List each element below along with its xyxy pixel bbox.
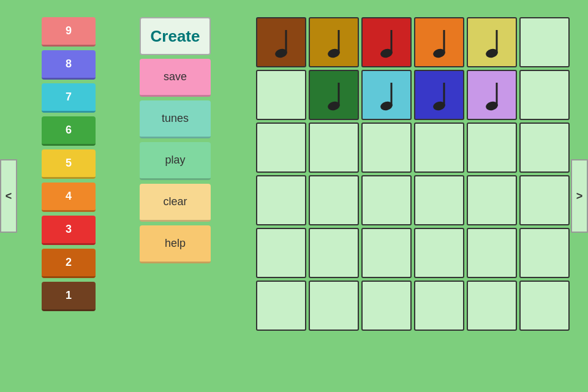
grid-cell[interactable] xyxy=(256,175,306,225)
grid-cell[interactable] xyxy=(361,281,412,331)
grid-cell[interactable] xyxy=(519,281,570,331)
note-icon xyxy=(480,77,504,113)
grid-cell[interactable] xyxy=(361,228,412,278)
grid-cell[interactable] xyxy=(467,17,517,67)
number-button-8[interactable]: 8 xyxy=(42,50,96,80)
clear-button[interactable]: clear xyxy=(140,184,211,222)
grid-cell[interactable] xyxy=(309,281,359,331)
grid-cell[interactable] xyxy=(414,70,464,120)
note-icon xyxy=(322,24,346,61)
grid-cell[interactable] xyxy=(519,175,570,225)
number-button-9[interactable]: 9 xyxy=(42,17,96,47)
grid-cell[interactable] xyxy=(414,175,464,225)
grid-cell[interactable] xyxy=(414,123,464,173)
grid-cell[interactable] xyxy=(414,17,464,67)
grid-cell[interactable] xyxy=(361,175,412,225)
number-button-2[interactable]: 2 xyxy=(42,249,96,278)
save-button[interactable]: save xyxy=(140,59,211,97)
number-buttons-panel: 987654321 xyxy=(42,17,96,311)
right-arrow-icon: > xyxy=(576,190,583,203)
note-icon xyxy=(269,24,293,61)
note-icon xyxy=(322,77,346,113)
grid-cell[interactable] xyxy=(519,70,570,120)
grid-cell[interactable] xyxy=(309,123,359,173)
grid-cell[interactable] xyxy=(467,175,517,225)
note-icon xyxy=(427,24,451,61)
grid-cell[interactable] xyxy=(256,281,306,331)
grid-cell[interactable] xyxy=(309,228,359,278)
grid-cell[interactable] xyxy=(467,281,517,331)
grid-cell[interactable] xyxy=(309,17,359,67)
tunes-button[interactable]: tunes xyxy=(140,100,211,138)
number-button-7[interactable]: 7 xyxy=(42,83,96,113)
grid-cell[interactable] xyxy=(309,175,359,225)
grid-cell[interactable] xyxy=(519,17,570,67)
note-icon xyxy=(480,24,504,61)
left-arrow-button[interactable]: < xyxy=(0,159,17,233)
grid-cell[interactable] xyxy=(361,70,412,120)
grid-cell[interactable] xyxy=(519,228,570,278)
grid-cell[interactable] xyxy=(256,17,306,67)
note-grid xyxy=(256,17,570,331)
grid-cell[interactable] xyxy=(467,123,517,173)
help-button[interactable]: help xyxy=(140,225,211,263)
grid-cell[interactable] xyxy=(361,17,412,67)
play-button[interactable]: play xyxy=(140,142,211,180)
left-arrow-icon: < xyxy=(6,190,12,203)
number-button-6[interactable]: 6 xyxy=(42,116,96,146)
grid-cell[interactable] xyxy=(519,123,570,173)
number-button-3[interactable]: 3 xyxy=(42,216,96,245)
grid-cell[interactable] xyxy=(256,70,306,120)
create-button[interactable]: Create xyxy=(140,17,211,55)
grid-cell[interactable] xyxy=(414,281,464,331)
number-button-5[interactable]: 5 xyxy=(42,149,96,179)
action-buttons-panel: Createsavetunesplayclearhelp xyxy=(140,17,211,263)
note-icon xyxy=(374,77,399,113)
number-button-4[interactable]: 4 xyxy=(42,183,96,212)
grid-cell[interactable] xyxy=(467,70,517,120)
grid-cell[interactable] xyxy=(256,123,306,173)
note-icon xyxy=(374,24,399,61)
right-arrow-button[interactable]: > xyxy=(571,159,588,233)
grid-cell[interactable] xyxy=(309,70,359,120)
number-button-1[interactable]: 1 xyxy=(42,282,96,311)
grid-cell[interactable] xyxy=(414,228,464,278)
note-icon xyxy=(427,77,451,113)
grid-cell[interactable] xyxy=(256,228,306,278)
grid-cell[interactable] xyxy=(361,123,412,173)
grid-cell[interactable] xyxy=(467,228,517,278)
